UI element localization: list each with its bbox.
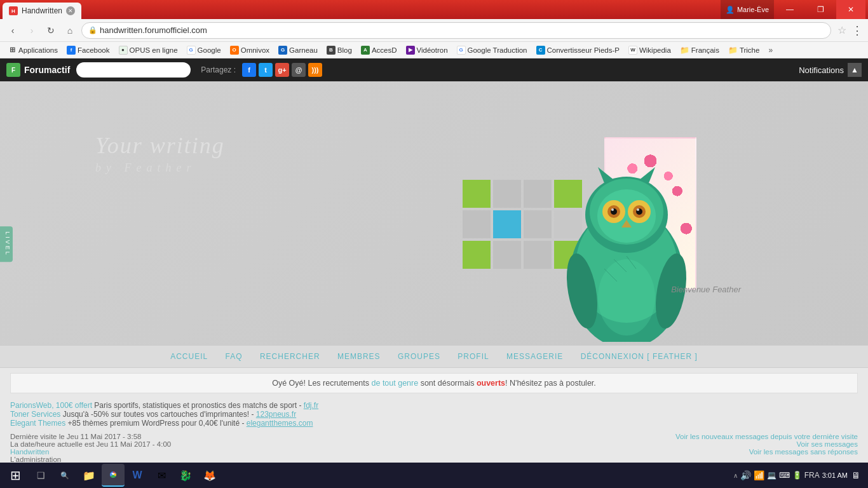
taskbar-file-explorer[interactable]: 📁 [78,464,100,487]
lock-icon: 🔒 [88,26,97,34]
battery-icon[interactable]: 🔋 [792,471,802,480]
taskview-button[interactable]: ❑ [29,464,52,487]
bookmark-triche[interactable]: 📁 Triche [724,44,764,56]
share-email-button[interactable]: @ [292,63,306,77]
taskbar-email[interactable]: ✉ [150,464,173,487]
bookmark-wikipedia[interactable]: W Wikipedia [625,44,675,56]
omnivox-icon: O [230,46,239,55]
share-twitter-button[interactable]: t [259,63,273,77]
link-messages[interactable]: Voir ses messages [796,440,858,448]
chrome-menu-button[interactable]: ⋮ [851,24,863,37]
bookmark-blog[interactable]: B Blog [323,44,356,56]
profile-name: Marie-Ève [737,6,769,13]
show-desktop-button[interactable]: 🖥 [851,470,860,480]
svg-marker-5 [639,167,655,183]
minimize-button[interactable]: — [775,0,804,19]
network-icon[interactable]: 💻 [767,471,776,480]
input-icon[interactable]: ⌨ [779,471,790,480]
profile-button[interactable]: 👤 Marie-Ève [721,0,774,19]
forum-search-input[interactable] [76,62,191,78]
taskbar-app5[interactable]: 🐉 [174,464,197,487]
bookmark-opus[interactable]: ● OPUS en ligne [115,44,182,56]
start-button[interactable]: ⊞ [3,464,28,487]
forumactif-logo-icon: F [6,63,20,77]
ad-site-3[interactable]: elegantthemes.com [247,419,313,428]
taskbar-time: 3:01 AM [822,471,848,480]
bookmark-google[interactable]: G Google [183,44,225,56]
nav-profil[interactable]: PROFIL [458,352,489,361]
link-no-replies[interactable]: Voir les messages sans réponses [749,448,858,456]
back-button[interactable]: ‹ [5,23,20,38]
bookmarks-more-button[interactable]: » [764,44,776,56]
color-cell-1 [463,180,491,208]
notifications-label: Notifications [799,65,844,75]
forum-name-link[interactable]: Handwritten [10,448,49,456]
ad-link-1[interactable]: ParionsWeb, 100€ offert [10,401,92,410]
notifications-arrow-button[interactable]: ▲ [848,63,862,77]
bookmark-applications[interactable]: ⊞ Applications [4,44,62,56]
forward-button[interactable]: › [24,23,39,38]
url-bar[interactable]: 🔒 handwritten.forumofficiel.com [81,22,831,39]
ad-text-1: Paris sportifs, statistiques et pronosti… [94,401,303,410]
nav-deconnexion[interactable]: DÉCONNEXION [ FEATHER ] [581,352,698,361]
last-visit-text: Dernière visite le Jeu 11 Mai 2017 - 3:5… [10,433,171,440]
speaker-icon[interactable]: 🔊 [740,470,751,480]
bookmark-star-button[interactable]: ☆ [837,24,846,36]
active-tab[interactable]: H Handwritten ✕ [3,3,81,19]
nav-membres[interactable]: MEMBRES [337,352,381,361]
refresh-button[interactable]: ↻ [43,23,58,38]
wifi-icon[interactable]: 📶 [754,470,764,480]
bookmark-francais[interactable]: 📁 Français [676,44,723,56]
share-facebook-button[interactable]: f [242,63,256,77]
side-widget[interactable]: LIVEL [0,226,13,262]
blog-icon: B [327,46,336,55]
ad-row-1: ParionsWeb, 100€ offert Paris sportifs, … [10,401,858,410]
announcement-link[interactable]: de tout genre [372,379,419,388]
folder-icon: 📁 [680,46,689,55]
nav-groupes[interactable]: GROUPES [398,352,440,361]
ad-link-3[interactable]: Elegant Themes [10,419,65,428]
forum-header: Your writing by Feather [0,81,868,345]
bookmark-facebook[interactable]: f Facebook [63,44,114,56]
tray-chevron[interactable]: ∧ [733,472,738,479]
bookmark-convertisseur[interactable]: C Convertisseur Pieds-P [532,44,623,56]
ad-site-1[interactable]: fdj.fr [304,401,318,410]
taskbar-word[interactable]: W [126,464,149,487]
bookmark-accesd[interactable]: A AccesD [357,44,401,56]
taskbar-chrome[interactable] [102,464,125,487]
ad-site-2[interactable]: 123pneus.fr [256,410,296,419]
close-button[interactable]: ✕ [836,0,865,19]
ad-links: ParionsWeb, 100€ offert Paris sportifs, … [0,398,868,430]
bookmark-label: Google Traduction [468,46,527,54]
ad-text-2: Jusqu'à -50% sur toutes vos cartouches d… [63,410,256,419]
link-new-messages[interactable]: Voir les nouveaux messages depuis votre … [675,433,858,440]
color-cell-9 [463,241,491,269]
nav-faq[interactable]: FAQ [226,352,243,361]
taskbar-clock[interactable]: 3:01 AM [822,471,848,480]
url-text: handwritten.forumofficiel.com [100,25,207,35]
bookmark-label: Facebook [78,46,110,54]
forumactif-logo[interactable]: F Forumactif [6,63,70,77]
taskbar-app6[interactable]: 🦊 [198,464,221,487]
tab-close-button[interactable]: ✕ [66,6,75,15]
nav-messagerie[interactable]: MESSAGERIE [506,352,563,361]
maximize-button[interactable]: ❐ [806,0,835,19]
bookmark-garneau[interactable]: G Garneau [275,44,322,56]
nav-accueil[interactable]: ACCUEIL [170,352,208,361]
home-button[interactable]: ⌂ [62,23,78,38]
bookmark-label: Vidéotron [417,46,448,54]
announcement-text-2: sont désormais [418,379,477,388]
share-googleplus-button[interactable]: g+ [275,63,289,77]
language-indicator[interactable]: FRA [804,471,820,480]
taskbar-search[interactable]: 🔍 [53,464,76,487]
share-label: Partagez : [201,65,236,74]
share-rss-button[interactable]: ))) [308,63,322,77]
bookmark-google-traduction[interactable]: G Google Traduction [453,44,531,56]
admin-label: L'administration [10,456,171,463]
widget-tab-label[interactable]: LIVEL [0,226,13,262]
bookmark-videotron[interactable]: ▶ Vidéotron [402,44,452,56]
color-cell-2 [493,180,521,208]
nav-rechercher[interactable]: RECHERCHER [260,352,320,361]
bookmark-omnivox[interactable]: O Omnivox [226,44,273,56]
ad-link-2[interactable]: Toner Services [10,410,60,419]
